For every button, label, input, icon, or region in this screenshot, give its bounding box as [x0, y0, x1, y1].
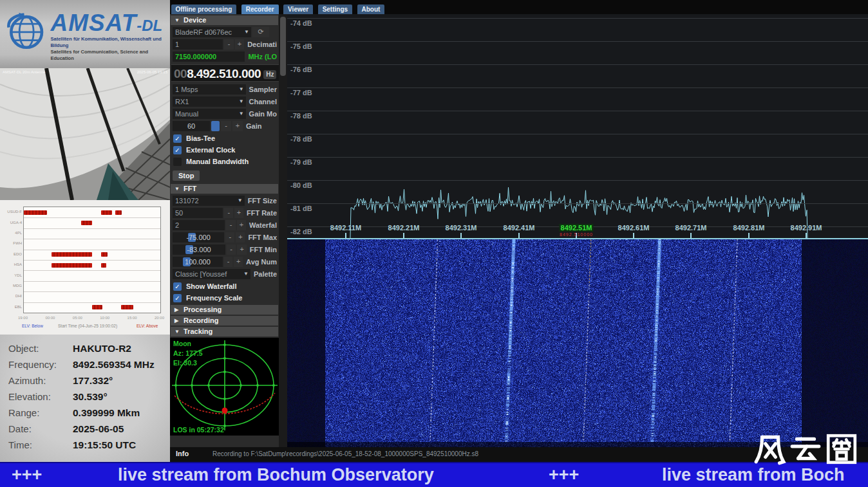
stop-button[interactable]: Stop: [173, 170, 200, 181]
frequency-tick-mark: [460, 233, 462, 238]
checkbox-checked-icon[interactable]: [173, 294, 182, 302]
antenna-webcam-image: AMSAT-DL 20m Antenne 2025-06-05 19:15: [0, 68, 170, 200]
plus-button[interactable]: +: [232, 121, 243, 131]
minus-button[interactable]: -: [224, 257, 233, 267]
gain-mode-select[interactable]: Manual▼: [173, 109, 246, 119]
minus-button[interactable]: -: [227, 244, 236, 255]
avg-num-slider[interactable]: 100.000: [173, 257, 223, 267]
scrollbar-thumb[interactable]: [280, 17, 286, 76]
section-fft[interactable]: ▼ FFT: [171, 184, 278, 194]
webcam-overlay-left: AMSAT-DL 20m Antenne: [3, 70, 45, 74]
gain-slider-handle[interactable]: [211, 121, 220, 131]
db-axis-label: -80 dB: [290, 181, 312, 189]
plus-button[interactable]: +: [235, 39, 244, 50]
minus-button[interactable]: -: [224, 39, 233, 50]
plus-button[interactable]: +: [236, 232, 245, 243]
manual-bandwidth-checkbox-row[interactable]: Manual Bandwidth: [173, 157, 277, 166]
frequency-tick: 8492.61M: [618, 224, 650, 232]
logo-suffix: -DL: [137, 17, 162, 34]
frequency-tick-mark: [633, 233, 634, 238]
dish-photo: [0, 68, 170, 200]
db-axis-label: -79 dB: [290, 158, 312, 166]
samplerate-select[interactable]: 1 Msps▼: [173, 84, 246, 95]
frequency-scale-checkbox-row[interactable]: Frequency Scale: [173, 293, 277, 302]
spectrum-trace: [287, 14, 868, 239]
gantt-row-label: USUD-F: [1, 210, 22, 214]
frequency-tick: 8492.21M: [388, 224, 420, 232]
show-waterfall-checkbox-row[interactable]: Show Waterfall: [173, 282, 277, 291]
bias-tee-checkbox-row[interactable]: Bias-Tee: [173, 134, 277, 143]
sidebar-scrollbar[interactable]: [279, 14, 287, 447]
db-axis-label: -78 dB: [290, 135, 312, 143]
checkbox-checked-icon[interactable]: [173, 146, 182, 154]
fft-rate-input[interactable]: 50: [173, 208, 223, 218]
decimation-input[interactable]: 1: [173, 39, 223, 50]
gantt-row-label: YDL: [1, 273, 22, 277]
gantt-bar: [115, 210, 122, 215]
info-label: Info: [176, 450, 189, 457]
chevron-down-icon: ▼: [243, 269, 249, 279]
palette-select[interactable]: Classic [Youssef▼: [173, 269, 250, 279]
gantt-bar: [52, 252, 92, 257]
info-row: Object:HAKUTO-R2: [0, 340, 170, 356]
frequency-tick: 8492.11M: [330, 224, 361, 232]
tab-viewer[interactable]: Viewer: [283, 5, 313, 14]
info-row: Date:2025-06-05: [0, 421, 170, 437]
lo-offset-input[interactable]: 7150.000000: [173, 51, 245, 62]
frequency-tick-mark: [345, 233, 346, 238]
plus-button[interactable]: +: [237, 220, 246, 230]
fft-min-slider[interactable]: -83.000: [173, 244, 225, 255]
plus-button[interactable]: +: [234, 208, 243, 218]
tab-offline-processing[interactable]: Offline processing: [171, 5, 237, 14]
checkbox-checked-icon[interactable]: [173, 282, 182, 291]
gantt-row-label: DHI: [1, 294, 22, 298]
tab-settings[interactable]: Settings: [318, 5, 352, 14]
minus-button[interactable]: -: [224, 208, 233, 218]
gantt-bar: [101, 263, 106, 268]
plus-button[interactable]: +: [234, 257, 243, 267]
gantt-row-label: MDG: [1, 284, 22, 288]
frequency-tick: 8492.91M: [791, 224, 822, 232]
tab-about[interactable]: About: [357, 5, 385, 14]
banner-plus-left: +++: [12, 465, 42, 485]
section-tracking[interactable]: ▼ Tracking: [171, 327, 278, 336]
chevron-down-icon: ▼: [175, 15, 180, 25]
gantt-bar: [101, 252, 108, 257]
frequency-tick-mark: [518, 233, 520, 238]
minus-button[interactable]: -: [225, 232, 234, 243]
gantt-bar: [24, 210, 47, 215]
gantt-footer-text: ELV: Below: [22, 324, 43, 328]
fft-view: -74 dB-75 dB-76 dB-77 dB-78 dB-78 dB-79 …: [287, 14, 868, 447]
refresh-devices-button[interactable]: ⟳: [252, 27, 269, 37]
gain-slider[interactable]: 60: [173, 121, 210, 131]
fft-max-slider[interactable]: -75.000: [173, 232, 224, 243]
fft-spectrum-plot: -74 dB-75 dB-76 dB-77 dB-78 dB-78 dB-79 …: [287, 14, 868, 239]
satdump-window: AMSAT-DL Satelliten für Kommunikation, W…: [0, 0, 868, 487]
logo-title: AMSAT: [50, 10, 137, 36]
gantt-footer-text: ELV: Above: [137, 324, 158, 328]
checkbox-checked-icon[interactable]: [173, 134, 182, 143]
checkbox-unchecked-icon[interactable]: [173, 158, 182, 166]
device-select[interactable]: BladeRF d0676ec▼: [173, 27, 251, 37]
chevron-down-icon: ▼: [239, 96, 244, 107]
minus-button[interactable]: -: [226, 220, 235, 230]
db-axis-label: -76 dB: [290, 66, 312, 73]
gantt-row-label: HSA: [1, 262, 22, 266]
channel-select[interactable]: RX1▼: [173, 96, 246, 107]
plus-button[interactable]: +: [237, 244, 246, 255]
external-clock-checkbox-row[interactable]: External Clock: [173, 145, 277, 154]
section-processing[interactable]: ▶ Processing: [171, 305, 278, 315]
gantt-x-tick: 19:00: [18, 316, 28, 320]
minus-button[interactable]: -: [221, 121, 231, 131]
main-tabbar: Offline processing Recorder Viewer Setti…: [170, 0, 868, 14]
db-axis-label: -77 dB: [290, 89, 312, 96]
center-frequency-display[interactable]: 008.492.510.000Hz: [171, 64, 279, 82]
frequency-tick: 8492.81M: [733, 224, 765, 232]
fft-size-select[interactable]: 131072▼: [173, 196, 245, 206]
waterfall-rate-input[interactable]: 2: [173, 220, 225, 230]
info-row: Azimuth:177.332°: [0, 372, 170, 389]
gantt-row-label: UGA-4: [1, 221, 22, 225]
section-recording[interactable]: ▶ Recording: [171, 316, 278, 326]
section-device[interactable]: ▼ Device: [171, 15, 278, 25]
tab-recorder[interactable]: Recorder: [241, 5, 279, 14]
